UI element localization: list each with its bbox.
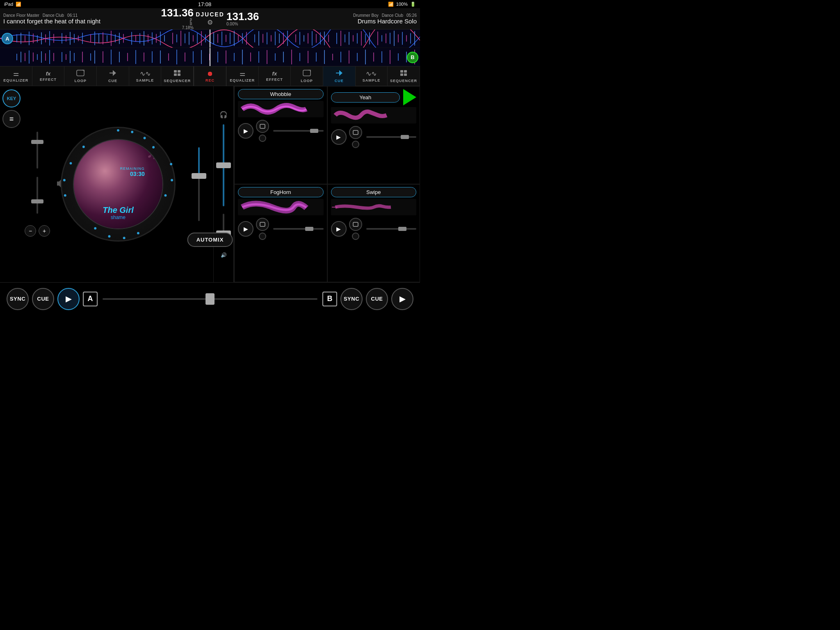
crossfader-label-b: B: [322, 292, 337, 306]
master-fader[interactable]: [223, 124, 224, 206]
svg-rect-11: [62, 33, 62, 43]
svg-rect-93: [21, 52, 21, 62]
channel-fader-a[interactable]: [198, 147, 200, 221]
crossfader-thumb[interactable]: [205, 293, 215, 305]
sampler-swipe-play[interactable]: ▶: [331, 221, 347, 237]
automix-button[interactable]: AUTOMIX: [187, 233, 233, 247]
vol-minus-btn[interactable]: −: [25, 225, 36, 237]
wifi-icon-right: 📶: [388, 2, 394, 7]
svg-rect-149: [77, 70, 84, 76]
svg-rect-31: [152, 32, 153, 44]
deck-badge-b: B: [407, 52, 418, 63]
equalizer-right-btn[interactable]: ⚌ EQUALIZER: [226, 66, 259, 86]
loop-right-btn[interactable]: LOOP: [291, 66, 323, 86]
sampler-foghorn-dot[interactable]: [259, 233, 266, 240]
sequencer-right-btn[interactable]: SEQUENCER: [388, 66, 420, 86]
svg-rect-16: [82, 33, 83, 44]
svg-rect-185: [353, 222, 358, 226]
sampler-yeah-btn[interactable]: Yeah: [331, 92, 400, 103]
sampler-foghorn-loop[interactable]: [256, 218, 269, 231]
svg-rect-69: [324, 32, 325, 45]
equalizer-right-label: EQUALIZER: [230, 78, 255, 82]
list-button[interactable]: ≡: [2, 110, 21, 128]
svg-rect-140: [357, 53, 358, 61]
sampler-whobble-play[interactable]: ▶: [238, 123, 253, 139]
turntable-area[interactable]: ♫ REMAINING 03:30 The Girl shame: [52, 86, 185, 282]
svg-rect-101: [53, 53, 54, 61]
svg-point-171: [108, 235, 111, 237]
cue-a-button[interactable]: CUE: [32, 288, 54, 310]
bpm-a: 131.36 BPM 7.18%: [161, 7, 194, 30]
loop-right-label: LOOP: [301, 79, 313, 83]
gear-icon[interactable]: ⚙: [207, 18, 213, 26]
svg-rect-76: [357, 33, 358, 43]
svg-rect-66: [312, 31, 313, 46]
sync-b-button[interactable]: SYNC: [340, 288, 363, 310]
cue-right-btn[interactable]: CUE: [323, 66, 356, 86]
sampler-foghorn-play[interactable]: ▶: [238, 221, 253, 237]
svg-rect-142: [373, 52, 374, 62]
waveform-deck-b[interactable]: B: [0, 48, 420, 66]
svg-rect-96: [33, 52, 34, 62]
cue-left-btn[interactable]: CUE: [97, 66, 129, 86]
sample-left-btn[interactable]: ∿∿ SAMPLE: [129, 66, 162, 86]
play-a-button[interactable]: ▶: [57, 288, 80, 310]
sample-right-btn[interactable]: ∿∿ SAMPLE: [356, 66, 388, 86]
crossfader[interactable]: [103, 298, 317, 300]
loop-left-label: LOOP: [74, 79, 87, 83]
sampler-foghorn-btn[interactable]: FogHorn: [238, 187, 324, 197]
eq-slider-1[interactable]: [37, 132, 38, 169]
svg-rect-110: [111, 50, 112, 64]
svg-rect-152: [178, 70, 180, 73]
sequencer-left-btn[interactable]: SEQUENCER: [161, 66, 194, 86]
svg-rect-1: [16, 34, 17, 43]
svg-rect-158: [404, 70, 407, 73]
sampler-swipe-loop[interactable]: [349, 218, 362, 231]
svg-point-161: [117, 129, 119, 132]
waveform-a-svg: [0, 30, 420, 48]
svg-rect-72: [340, 31, 341, 46]
cue-b-button[interactable]: CUE: [366, 288, 388, 310]
svg-rect-26: [131, 32, 132, 45]
svg-rect-155: [303, 70, 310, 76]
sampler-foghorn-waveform: [238, 199, 324, 215]
sampler-whobble-btn[interactable]: Whobble: [238, 89, 324, 99]
vol-plus-btn[interactable]: +: [39, 225, 50, 237]
sync-a-button[interactable]: SYNC: [7, 288, 29, 310]
cue-right-label: CUE: [335, 79, 344, 83]
rec-icon: ⏺: [207, 70, 213, 78]
svg-rect-33: [160, 32, 161, 45]
sampler-whobble-loop[interactable]: [256, 120, 269, 133]
rec-btn[interactable]: ⏺ REC: [194, 66, 226, 86]
sampler-yeah-loop[interactable]: [349, 126, 362, 139]
eq-slider-2[interactable]: [37, 177, 38, 214]
sampler-foghorn-fader[interactable]: [273, 228, 324, 230]
sampler-swipe-btn[interactable]: Swipe: [331, 187, 417, 197]
sampler-swipe-dot[interactable]: [352, 233, 359, 240]
deck-badge-a: A: [2, 33, 13, 44]
waveform-deck-a[interactable]: A: [0, 30, 420, 48]
waveform-area[interactable]: A: [0, 30, 420, 66]
svg-rect-23: [115, 34, 116, 43]
effect-left-btn[interactable]: fx EFFECT: [32, 66, 65, 86]
effect-right-btn[interactable]: fx EFFECT: [259, 66, 291, 86]
sampler-yeah-dot[interactable]: [352, 141, 359, 148]
time-display: 17:08: [198, 1, 212, 7]
sampler-swipe-fader[interactable]: [366, 228, 417, 230]
sampler-whobble-dot[interactable]: [259, 135, 266, 142]
play-b-button[interactable]: ▶: [391, 288, 413, 310]
turntable[interactable]: ♫ REMAINING 03:30 The Girl shame: [61, 127, 176, 242]
deck-a-venue: Dance Club: [43, 13, 64, 18]
deck-a-artist: Dance Floor Master: [3, 13, 39, 18]
sampler-yeah-play[interactable]: ▶: [331, 129, 347, 145]
svg-rect-51: [242, 33, 243, 43]
key-button[interactable]: KEY: [2, 89, 21, 107]
svg-point-169: [137, 232, 139, 234]
sampler-whobble-fader[interactable]: [273, 130, 324, 132]
loop-left-btn[interactable]: LOOP: [64, 66, 97, 86]
sampler-yeah-fader[interactable]: [366, 136, 417, 138]
svg-rect-178: [260, 124, 265, 128]
svg-rect-141: [365, 50, 366, 64]
equalizer-left-btn[interactable]: ⚌ EQUALIZER: [0, 66, 32, 86]
svg-rect-125: [234, 53, 235, 61]
